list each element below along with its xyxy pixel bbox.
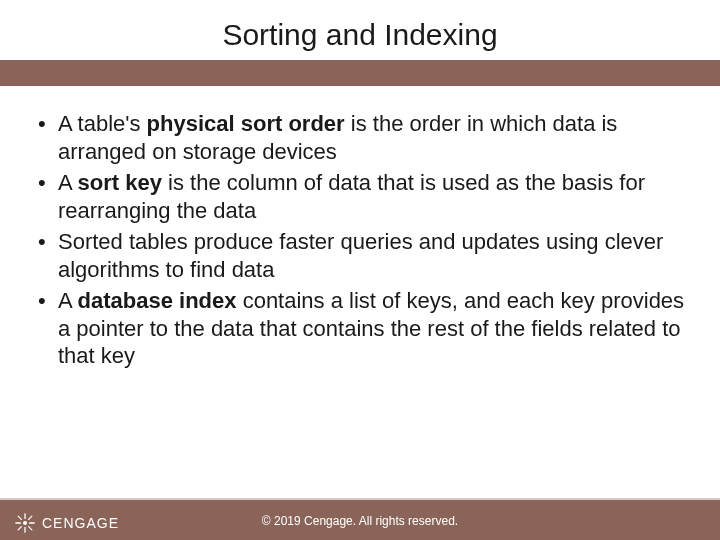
bullet-item: A sort key is the column of data that is… bbox=[32, 169, 692, 224]
bullet-text-bold: sort key bbox=[78, 170, 162, 195]
bullet-text-pre: A bbox=[58, 288, 78, 313]
bullet-text-bold: database index bbox=[78, 288, 237, 313]
bullet-item: A database index contains a list of keys… bbox=[32, 287, 692, 370]
slide: Sorting and Indexing A table's physical … bbox=[0, 0, 720, 540]
bullet-item: A table's physical sort order is the ord… bbox=[32, 110, 692, 165]
body-content: A table's physical sort order is the ord… bbox=[32, 110, 692, 374]
copyright-text: © 2019 Cengage. All rights reserved. bbox=[0, 514, 720, 528]
footer-bar: CENGAGE © 2019 Cengage. All rights reser… bbox=[0, 500, 720, 540]
bullet-text-pre: A bbox=[58, 170, 78, 195]
bullet-list: A table's physical sort order is the ord… bbox=[32, 110, 692, 370]
bullet-text-bold: physical sort order bbox=[147, 111, 345, 136]
bullet-text-post: Sorted tables produce faster queries and… bbox=[58, 229, 663, 282]
slide-title: Sorting and Indexing bbox=[0, 18, 720, 52]
title-band bbox=[0, 60, 720, 86]
bullet-item: Sorted tables produce faster queries and… bbox=[32, 228, 692, 283]
bullet-text-pre: A table's bbox=[58, 111, 147, 136]
